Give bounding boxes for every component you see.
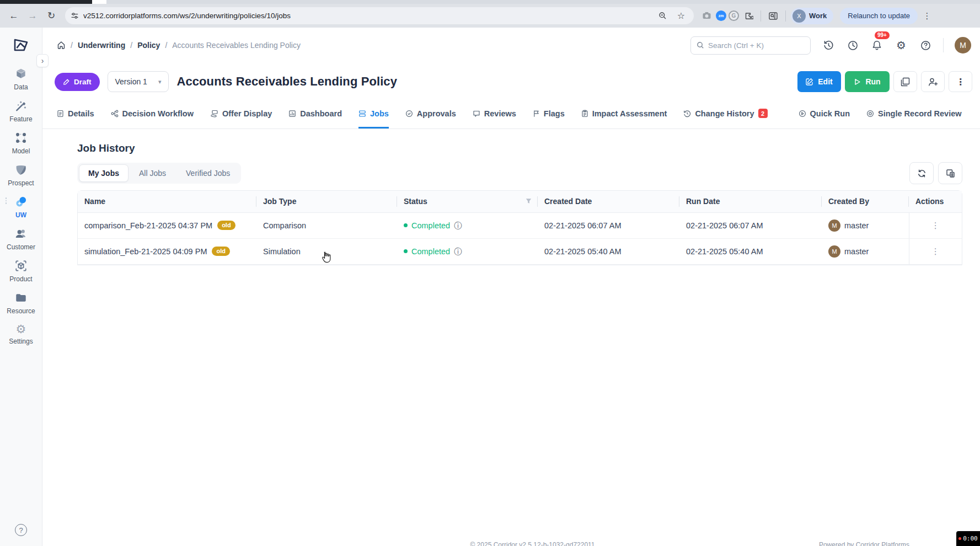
sidebar-item-data[interactable]: Data <box>0 67 42 91</box>
address-bar[interactable]: v2512.corridorplatforms.com/ws/2/underwr… <box>65 7 694 24</box>
creator-name: master <box>844 221 869 230</box>
column-header-job-type[interactable]: Job Type <box>256 191 397 212</box>
edit-button[interactable]: Edit <box>797 71 841 92</box>
bookmark-star-icon[interactable]: ☆ <box>674 9 688 23</box>
sidebar-item-uw[interactable]: UW <box>0 195 42 219</box>
global-search[interactable] <box>690 36 811 55</box>
sidebar-item-model[interactable]: Model <box>0 131 42 155</box>
created-date: 02-21-2025 05:40 AM <box>538 238 679 264</box>
table-header-row: Name Job Type Status Created Date Run Da… <box>78 191 962 212</box>
browser-forward-button[interactable]: → <box>24 8 41 24</box>
active-tab-edge <box>92 0 106 4</box>
breadcrumb-policy[interactable]: Policy <box>137 41 160 50</box>
table-row[interactable]: comparison_Feb-21-2025 04:37 PM old Comp… <box>78 212 962 238</box>
tab-reviews[interactable]: Reviews <box>473 100 516 129</box>
filter-all-jobs[interactable]: All Jobs <box>130 164 175 182</box>
page-title: Accounts Receivables Lending Policy <box>176 74 397 89</box>
settings-gear-icon: ⚙ <box>16 323 26 335</box>
policy-tabs: Details Decision Workflow Offer Display … <box>42 100 980 129</box>
zm-extension-icon[interactable]: zm <box>716 10 726 21</box>
user-avatar[interactable]: M <box>955 37 971 53</box>
sidebar-item-resource[interactable]: Resource <box>0 291 42 315</box>
extensions-puzzle-icon[interactable] <box>741 9 756 23</box>
table-row[interactable]: simulation_Feb-21-2025 04:09 PM old Simu… <box>78 238 962 264</box>
tab-details[interactable]: Details <box>57 100 94 129</box>
tab-jobs[interactable]: Jobs <box>358 100 389 129</box>
job-history-title: Job History <box>77 142 962 154</box>
site-settings-icon[interactable] <box>71 12 79 20</box>
column-header-created-by[interactable]: Created By <box>822 191 909 212</box>
browser-profile-button[interactable]: X Work <box>791 8 833 24</box>
more-options-button[interactable]: ⋮ <box>949 71 972 92</box>
browser-menu-icon[interactable]: ⋮ <box>920 9 934 23</box>
model-nodes-icon <box>14 131 28 144</box>
refresh-button[interactable] <box>909 162 934 184</box>
notification-count-badge: 99+ <box>875 31 890 39</box>
version-dropdown[interactable]: Version 1 ▾ <box>108 71 169 92</box>
side-panel-search-icon[interactable] <box>766 9 780 23</box>
sidebar-item-product[interactable]: Product <box>0 259 42 283</box>
browser-reload-button[interactable]: ↻ <box>43 8 60 24</box>
status-info-icon[interactable]: ⓘ <box>454 222 462 229</box>
policy-title-bar: Draft Version 1 ▾ Accounts Receivables L… <box>42 63 980 100</box>
tab-approvals[interactable]: Approvals <box>405 100 456 129</box>
relaunch-to-update-button[interactable]: Relaunch to update <box>840 8 918 24</box>
pencil-icon <box>63 78 70 85</box>
tab-single-record-review[interactable]: Single Record Review <box>866 100 962 129</box>
corridor-logo[interactable] <box>11 35 31 55</box>
column-header-status[interactable]: Status <box>397 191 538 212</box>
breadcrumb-separator: / <box>130 41 132 50</box>
url-text[interactable]: v2512.corridorplatforms.com/ws/2/underwr… <box>83 12 651 20</box>
column-header-run-date[interactable]: Run Date <box>679 191 822 212</box>
home-icon[interactable] <box>57 41 66 50</box>
sidebar-item-customer[interactable]: Customer <box>0 227 42 251</box>
tab-decision-workflow[interactable]: Decision Workflow <box>111 100 194 129</box>
breadcrumb-underwriting[interactable]: Underwriting <box>78 41 125 50</box>
sidebar-item-label: Model <box>12 147 30 155</box>
tab-quick-run[interactable]: Quick Run <box>799 100 850 129</box>
sidebar-item-settings[interactable]: ⚙ Settings <box>0 323 42 345</box>
run-button[interactable]: Run <box>845 71 890 92</box>
sidebar-item-label: Product <box>9 275 32 283</box>
history-icon[interactable] <box>822 39 835 52</box>
profile-name: Work <box>809 12 827 20</box>
search-input[interactable] <box>708 41 805 50</box>
row-actions-menu[interactable]: ⋮ <box>931 221 940 230</box>
duplicate-button[interactable] <box>893 71 917 92</box>
clock-icon[interactable] <box>846 39 859 52</box>
draft-status-badge[interactable]: Draft <box>55 73 100 91</box>
notifications-bell-icon[interactable]: 99+ <box>870 39 883 52</box>
breadcrumb-current: Accounts Receivables Lending Policy <box>172 41 301 50</box>
tab-flags[interactable]: Flags <box>533 100 565 129</box>
g-extension-icon[interactable]: G <box>729 10 739 21</box>
job-name: comparison_Feb-21-2025 04:37 PM <box>84 221 212 230</box>
status-filter-icon[interactable] <box>525 197 532 205</box>
tab-impact-assessment[interactable]: Impact Assessment <box>581 100 667 129</box>
tab-dashboard[interactable]: Dashboard <box>288 100 342 129</box>
settings-gear-icon[interactable]: ⚙ <box>895 39 908 52</box>
help-icon[interactable] <box>919 39 932 52</box>
status-badge: Completed <box>411 247 450 256</box>
filter-verified-jobs[interactable]: Verified Jobs <box>176 164 239 182</box>
sidebar-expand-button[interactable]: › <box>36 54 49 67</box>
row-actions-menu[interactable]: ⋮ <box>931 247 940 256</box>
zoom-level-icon[interactable] <box>655 9 670 23</box>
tab-offer-display[interactable]: Offer Display <box>210 100 272 129</box>
columns-settings-button[interactable] <box>938 162 962 184</box>
filter-my-jobs[interactable]: My Jobs <box>79 164 128 182</box>
breadcrumb-separator: / <box>71 41 73 50</box>
status-info-icon[interactable]: ⓘ <box>454 248 462 255</box>
screenshot-extension-icon[interactable] <box>699 9 714 23</box>
column-header-created-date[interactable]: Created Date <box>538 191 679 212</box>
browser-back-button[interactable]: ← <box>6 8 22 24</box>
toolbar-divider <box>761 10 761 22</box>
column-header-name[interactable]: Name <box>78 191 256 212</box>
sidebar-help-button[interactable]: ? <box>15 524 27 536</box>
status-dot <box>404 249 408 253</box>
breadcrumb-separator: / <box>165 41 167 50</box>
sidebar-item-feature[interactable]: Feature <box>0 99 42 123</box>
sidebar-item-prospect[interactable]: Prospect <box>0 163 42 187</box>
tab-change-history[interactable]: Change History 2 <box>683 100 767 129</box>
share-user-button[interactable] <box>921 71 945 92</box>
recording-dot <box>958 537 961 540</box>
